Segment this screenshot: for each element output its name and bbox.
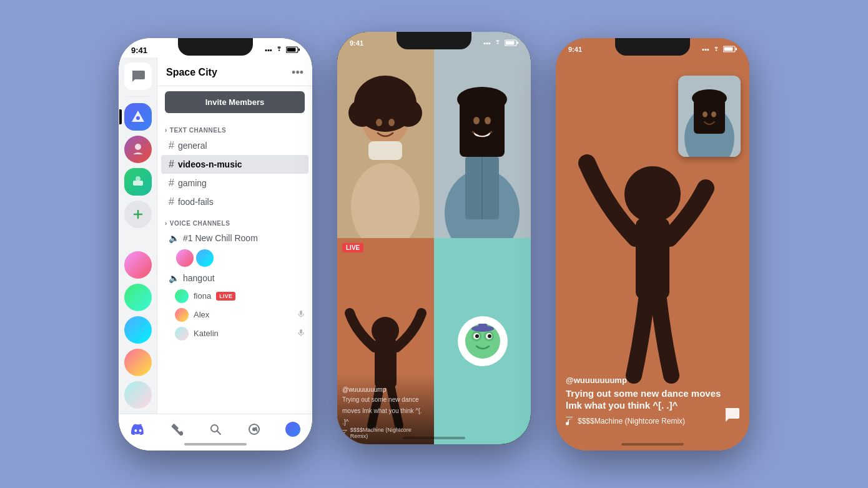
svg-point-65 — [703, 111, 708, 117]
signal-icon-right: ▪▪▪ — [702, 46, 709, 53]
video-cell-4 — [434, 238, 531, 444]
channel-name: videos-n-music — [178, 159, 242, 169]
voice-member-avatar-2 — [196, 249, 214, 267]
add-server-button[interactable] — [124, 201, 152, 228]
voice-channel-chill-room[interactable]: 🔈 #1 New Chill Room — [161, 229, 308, 247]
right-music-text: $$$$Machine (Nightcore Remix) — [578, 417, 685, 426]
svg-point-7 — [136, 176, 141, 181]
phone-middle: 9:41 ▪▪▪ — [337, 32, 531, 444]
signal-icon-middle: ▪▪▪ — [483, 39, 491, 47]
voice-channel-hangout[interactable]: 🔈 hangout — [161, 269, 308, 287]
channel-area: Space City ••• Invite Members TEXT CHANN… — [157, 57, 312, 414]
svg-rect-32 — [368, 141, 402, 160]
svg-point-17 — [252, 427, 256, 431]
server-icon-1[interactable] — [124, 103, 152, 131]
svg-point-50 — [475, 334, 479, 338]
video-status-bar: 9:41 ▪▪▪ — [337, 32, 531, 49]
hangout-member-alex[interactable]: Alex — [157, 306, 312, 324]
nav-mention[interactable] — [245, 421, 263, 438]
wifi-icon-middle — [493, 39, 502, 47]
voice-channels-header: VOICE CHANNELS — [157, 211, 312, 229]
svg-point-44 — [372, 317, 399, 344]
dm-icon[interactable] — [124, 62, 152, 90]
nav-voice[interactable] — [168, 421, 185, 438]
channel-videos-n-music[interactable]: # videos-n-music — [161, 155, 308, 174]
hash-icon: # — [169, 177, 174, 189]
video-cell-3: LIVE — [337, 238, 434, 444]
channel-name: food-fails — [178, 197, 214, 207]
member-avatar-katelin — [175, 327, 189, 341]
status-icons-left: ▪▪▪ — [265, 46, 300, 54]
channel-gaming[interactable]: # gaming — [161, 174, 308, 192]
member-name-alex: Alex — [194, 310, 209, 319]
svg-point-66 — [711, 111, 716, 117]
time-middle: 9:41 — [350, 39, 363, 47]
server-avatar-2[interactable] — [124, 284, 152, 311]
wifi-icon — [275, 46, 284, 54]
voice-members — [157, 247, 312, 269]
video-overlay-bottom-left: @wuuuuuuump Trying out some new dance mo… — [337, 374, 434, 444]
right-music: $$$$Machine (Nightcore Remix) — [566, 417, 739, 426]
server-avatar-5[interactable] — [124, 381, 152, 409]
screen-left: 9:41 ▪▪▪ — [119, 38, 312, 451]
phone-left: 9:41 ▪▪▪ — [119, 38, 312, 451]
svg-point-31 — [388, 119, 395, 126]
svg-point-64 — [692, 89, 727, 107]
more-options-icon[interactable]: ••• — [292, 66, 303, 79]
hangout-member-fiona[interactable]: fiona LIVE — [157, 287, 312, 306]
video-username: @wuuuuuuump — [342, 386, 429, 393]
svg-point-51 — [488, 334, 491, 338]
live-badge: LIVE — [216, 292, 235, 301]
invite-members-button[interactable]: Invite Members — [165, 91, 305, 113]
frog-avatar — [458, 316, 508, 366]
home-indicator-middle — [403, 437, 465, 439]
right-caption: Trying out some new dance moves lmk what… — [566, 387, 739, 412]
server-avatar-4[interactable] — [124, 349, 152, 376]
nav-discord[interactable] — [129, 421, 147, 438]
pip-video — [678, 76, 741, 157]
video-cell-2 — [434, 32, 531, 238]
svg-rect-1 — [287, 47, 296, 51]
server-avatar-1[interactable] — [124, 251, 152, 279]
channel-food-fails[interactable]: # food-fails — [161, 192, 308, 211]
right-bottom-overlay: @wuuuuuuump Trying out some new dance mo… — [556, 376, 749, 451]
battery-icon — [286, 46, 300, 54]
channel-name: gaming — [178, 178, 207, 188]
video-grid: LIVE — [337, 32, 531, 444]
svg-rect-6 — [133, 181, 143, 186]
home-indicator-right — [621, 443, 684, 446]
member-name-katelin: Katelin — [194, 329, 219, 338]
hash-icon: # — [169, 140, 174, 151]
time-right: 9:41 — [568, 46, 582, 53]
server-icon-2[interactable] — [124, 136, 152, 163]
svg-rect-20 — [506, 41, 515, 45]
channel-name: general — [178, 141, 207, 151]
channel-general[interactable]: # general — [161, 136, 308, 155]
svg-line-15 — [217, 431, 220, 434]
svg-rect-10 — [300, 311, 302, 315]
svg-point-41 — [485, 117, 491, 124]
svg-point-29 — [390, 88, 412, 111]
svg-line-18 — [256, 427, 257, 431]
svg-point-40 — [473, 117, 480, 124]
svg-rect-21 — [517, 42, 518, 44]
live-label: LIVE — [342, 243, 363, 252]
channel-header: Space City ••• — [157, 57, 312, 86]
hangout-member-katelin[interactable]: Katelin — [157, 324, 312, 343]
svg-rect-53 — [478, 324, 487, 330]
nav-profile[interactable] — [284, 421, 302, 438]
phone-right: 9:41 ▪▪▪ — [556, 38, 749, 451]
voice-channel-hangout-name: hangout — [183, 273, 215, 283]
server-sidebar — [119, 57, 157, 414]
svg-point-30 — [376, 119, 382, 126]
svg-rect-59 — [736, 48, 737, 51]
member-avatar-alex — [175, 308, 189, 322]
svg-point-39 — [457, 87, 507, 112]
voice-channel-name: #1 New Chill Room — [183, 233, 258, 243]
time-left: 9:41 — [131, 46, 147, 55]
server-avatar-3[interactable] — [124, 316, 152, 344]
member-avatar-fiona — [175, 289, 189, 303]
nav-search[interactable] — [207, 421, 224, 438]
server-icon-3[interactable] — [124, 168, 152, 196]
mic-muted-icon — [297, 310, 305, 319]
